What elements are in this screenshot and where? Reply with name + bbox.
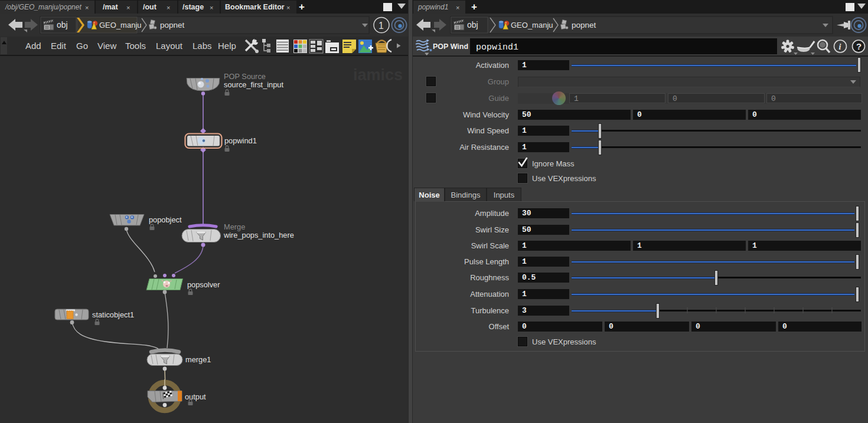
svg-text:popwind1: popwind1 <box>476 42 518 53</box>
svg-text:popsolver: popsolver <box>187 280 220 289</box>
svg-text:GEO_manju: GEO_manju <box>511 21 553 29</box>
svg-text:popnet: popnet <box>572 21 596 29</box>
svg-text:POP Wind: POP Wind <box>433 42 468 51</box>
svg-text:popwind1: popwind1 <box>224 136 257 145</box>
svg-text:popobject: popobject <box>149 215 182 224</box>
svg-text:iamics: iamics <box>353 66 403 84</box>
svg-text:wire_pops_into_here: wire_pops_into_here <box>223 231 294 240</box>
svg-text:merge1: merge1 <box>185 355 211 364</box>
svg-text:popnet: popnet <box>160 21 185 29</box>
svg-text:GEO_manju: GEO_manju <box>99 21 142 29</box>
svg-text:?: ? <box>856 41 862 51</box>
svg-text:1: 1 <box>378 21 384 31</box>
svg-text:source_first_input: source_first_input <box>224 80 283 89</box>
svg-text:obj: obj <box>57 20 68 29</box>
svg-text:output: output <box>185 392 206 401</box>
svg-text:i: i <box>839 42 841 51</box>
svg-text:obj: obj <box>467 20 478 29</box>
svg-text:staticobject1: staticobject1 <box>92 310 134 319</box>
